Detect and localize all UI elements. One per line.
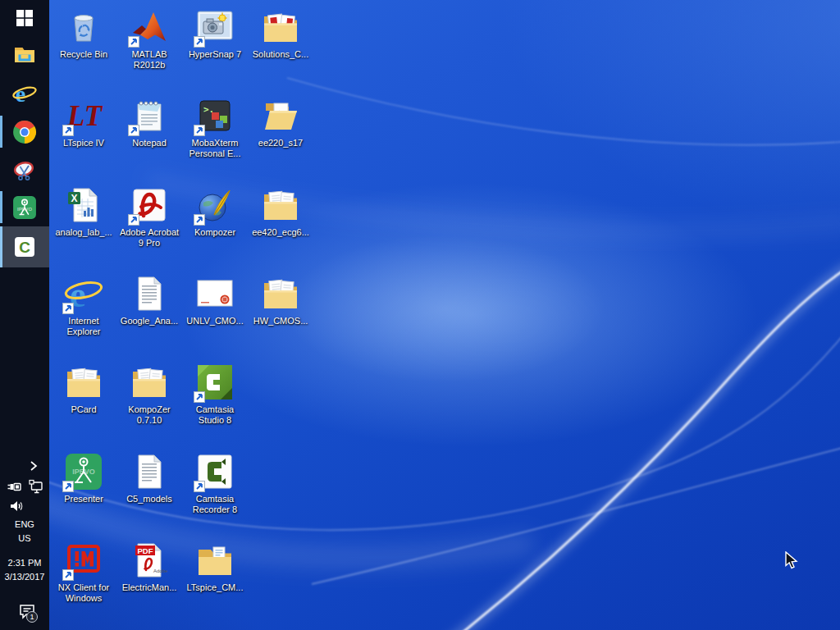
taskbar-button-internet-explorer[interactable]: e: [0, 74, 49, 112]
desktop-icon-label: Notepad: [116, 138, 182, 148]
camtasia-studio-icon: [195, 363, 235, 402]
language-indicator[interactable]: ENG US: [0, 518, 49, 546]
excel-doc-icon: X: [64, 185, 103, 225]
desktop-icon-ee220-s17[interactable]: ee220_s17: [248, 96, 313, 148]
clock-date: 3/13/2017: [0, 570, 49, 584]
taskbar-button-ipevo-presenter[interactable]: IPEVO: [0, 188, 49, 226]
folder-docs-icon: [130, 363, 169, 402]
desktop-icon-label: MATLAB R2012b: [116, 49, 182, 71]
running-indicator: [0, 116, 2, 148]
nx-client-icon: [64, 541, 103, 580]
desktop-icon-label: UNLV_CMO...: [182, 316, 248, 326]
text-doc-icon: [130, 274, 169, 313]
desktop-icon-label: Recycle Bin: [51, 49, 116, 60]
taskbar-button-start[interactable]: [0, 0, 49, 36]
desktop-icon-ltspice-iv[interactable]: LT LTspice IV: [51, 96, 116, 148]
folder-docs-icon: [64, 363, 103, 402]
notification-count-badge: 1: [26, 611, 38, 623]
desktop-icon-label: Presenter: [51, 494, 116, 504]
running-indicator: [0, 226, 2, 267]
desktop[interactable]: Recycle Bin MATLAB R2012b HyperSnap 7 So…: [0, 0, 840, 630]
desktop-icon-notepad[interactable]: Notepad: [116, 96, 182, 148]
ie-icon: e: [64, 274, 103, 313]
desktop-icon-solutions-c[interactable]: Solutions_C...: [248, 7, 313, 60]
desktop-icon-camtasia-studio-8[interactable]: Camtasia Studio 8: [182, 363, 248, 426]
taskbar-button-camtasia[interactable]: C: [0, 226, 49, 267]
folder-docs-icon: [261, 185, 300, 225]
snipping-icon: [13, 158, 36, 181]
svg-text:C: C: [19, 239, 30, 256]
mobaxterm-icon: >.: [195, 96, 235, 135]
desktop-icon-label: PCard: [51, 404, 116, 415]
desktop-icon-label: HyperSnap 7: [182, 49, 248, 60]
folder-pdf-icon: [261, 7, 300, 47]
svg-text:X: X: [71, 193, 77, 204]
desktop-icon-label: LTspice_CM...: [182, 582, 248, 593]
desktop-icon-label: Kompozer: [182, 227, 248, 238]
desktop-icon-pcard[interactable]: PCard: [51, 363, 116, 415]
desktop-icon-c5-models[interactable]: C5_models: [116, 452, 182, 504]
svg-text:Adobe: Adobe: [153, 568, 168, 573]
desktop-icon-label: Camtasia Studio 8: [182, 404, 248, 426]
desktop-icon-electricman[interactable]: PDFAdobe ElectricMan...: [116, 541, 182, 593]
desktop-icon-label: Internet Explorer: [51, 316, 116, 337]
notepad-icon: [130, 96, 169, 135]
desktop-icon-label: HW_CMOS...: [248, 316, 313, 326]
desktop-icon-adobe-acrobat-9-pro[interactable]: Adobe Acrobat 9 Pro: [116, 185, 182, 249]
camtasia-small-icon: C: [13, 235, 36, 258]
desktop-icon-kompozer-0-7-10[interactable]: KompoZer 0.7.10: [116, 363, 182, 426]
folder-docs-icon: [261, 274, 300, 313]
desktop-icon-label: analog_lab_...: [51, 227, 116, 238]
ltspice-icon: LT: [64, 96, 103, 135]
desktop-icon-unlv-cmo[interactable]: UNLV_CMO...: [182, 274, 248, 326]
taskbar-button-file-explorer[interactable]: [0, 36, 49, 74]
clock-time: 2:31 PM: [0, 556, 49, 570]
svg-text:e: e: [16, 81, 25, 106]
desktop-icon-nx-client-for-windows[interactable]: NX Client for Windows: [51, 541, 116, 604]
desktop-icon-google-ana[interactable]: Google_Ana...: [116, 274, 182, 326]
desktop-icon-kompozer[interactable]: Kompozer: [182, 185, 248, 238]
desktop-icon-analog-lab[interactable]: X analog_lab_...: [51, 185, 116, 238]
kompozer-icon: [195, 185, 235, 225]
svg-text:PDF: PDF: [138, 546, 153, 555]
desktop-icon-label: ElectricMan...: [116, 582, 182, 593]
taskbar-button-snipping-tool[interactable]: [0, 151, 49, 188]
ipevo-icon: IPEVO: [64, 452, 103, 491]
desktop-icon-label: C5_models: [116, 494, 182, 504]
network-icon[interactable]: [29, 479, 43, 494]
clock[interactable]: 2:31 PM 3/13/2017: [0, 556, 49, 584]
chrome-icon: [12, 120, 37, 144]
taskbar-button-chrome[interactable]: [0, 112, 49, 151]
power-plug-icon[interactable]: [7, 479, 21, 494]
desktop-icon-mobaxterm-personal-e[interactable]: >. MobaXterm Personal E...: [182, 96, 248, 159]
desktop-icon-label: ee220_s17: [248, 138, 313, 148]
desktop-icon-label: KompoZer 0.7.10: [116, 404, 182, 426]
ie-small-icon: e: [12, 81, 37, 106]
volume-icon[interactable]: [9, 499, 24, 514]
desktop-icon-internet-explorer[interactable]: e Internet Explorer: [51, 274, 116, 337]
hypersnap-icon: [195, 7, 235, 47]
camtasia-recorder-icon: [195, 452, 235, 491]
file-explorer-icon: [13, 43, 36, 66]
ipevo-small-icon: IPEVO: [12, 195, 37, 220]
desktop-icon-label: Camtasia Recorder 8: [182, 494, 248, 515]
pdf-doc-icon: PDFAdobe: [130, 541, 169, 580]
desktop-icon-hypersnap-7[interactable]: HyperSnap 7: [182, 7, 248, 60]
taskbar: C IPEVO e: [0, 0, 49, 630]
desktop-icon-label: Google_Ana...: [116, 316, 182, 326]
desktop-icon-camtasia-recorder-8[interactable]: Camtasia Recorder 8: [182, 452, 248, 515]
desktop-icon-ee420-ecg6[interactable]: ee420_ecg6...: [248, 185, 313, 238]
desktop-icon-presenter[interactable]: IPEVO Presenter: [51, 452, 116, 504]
desktop-icon-recycle-bin[interactable]: Recycle Bin: [51, 7, 116, 60]
language-primary: ENG: [0, 518, 49, 532]
recycle-bin-icon: [64, 7, 103, 47]
desktop-icon-label: Adobe Acrobat 9 Pro: [116, 227, 182, 249]
desktop-icon-label: NX Client for Windows: [51, 582, 116, 604]
folder-open-icon: [261, 96, 300, 135]
text-doc-icon: [130, 452, 169, 491]
desktop-screen[interactable]: Recycle Bin MATLAB R2012b HyperSnap 7 So…: [0, 0, 840, 630]
desktop-icon-matlab-r2012b[interactable]: MATLAB R2012b: [116, 7, 182, 71]
desktop-icon-hw-cmos[interactable]: HW_CMOS...: [248, 274, 313, 326]
show-hidden-icons-chevron-icon[interactable]: [27, 459, 40, 472]
desktop-icon-ltspice-cm[interactable]: LTspice_CM...: [182, 541, 248, 593]
